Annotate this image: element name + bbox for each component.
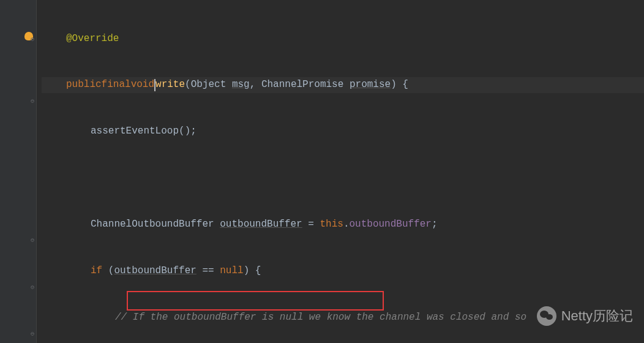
fold-marker-icon[interactable]: ⊖ [31, 326, 36, 331]
highlight-rectangle [127, 291, 384, 311]
editor-gutter: ⊖ ⊖ ⊖ ⊖ ⊖ [0, 0, 37, 343]
fold-marker-icon[interactable]: ⊖ [31, 233, 36, 238]
code-line: ChannelOutboundBuffer outboundBuffer = t… [42, 217, 644, 232]
annotation: @Override [66, 31, 119, 47]
method-name: write [155, 77, 185, 92]
code-line: @Override [42, 31, 644, 47]
watermark: Netty历险记 [537, 306, 633, 326]
code-content[interactable]: @Override public final void write(Object… [37, 0, 644, 343]
code-line: assertEventLoop(); [42, 124, 644, 139]
watermark-text: Netty历险记 [561, 308, 633, 323]
fold-marker-icon[interactable]: ⊖ [31, 94, 36, 99]
fold-marker-icon[interactable]: ⊖ [31, 280, 36, 285]
code-line [42, 170, 644, 186]
wechat-icon [537, 306, 556, 326]
fold-marker-icon[interactable]: ⊖ [31, 32, 36, 37]
code-editor[interactable]: ⊖ ⊖ ⊖ ⊖ ⊖ @Override public final void wr… [0, 0, 644, 343]
code-line: public final void write(Object msg, Chan… [42, 77, 644, 92]
code-line: if (outboundBuffer == null) { [42, 263, 644, 279]
